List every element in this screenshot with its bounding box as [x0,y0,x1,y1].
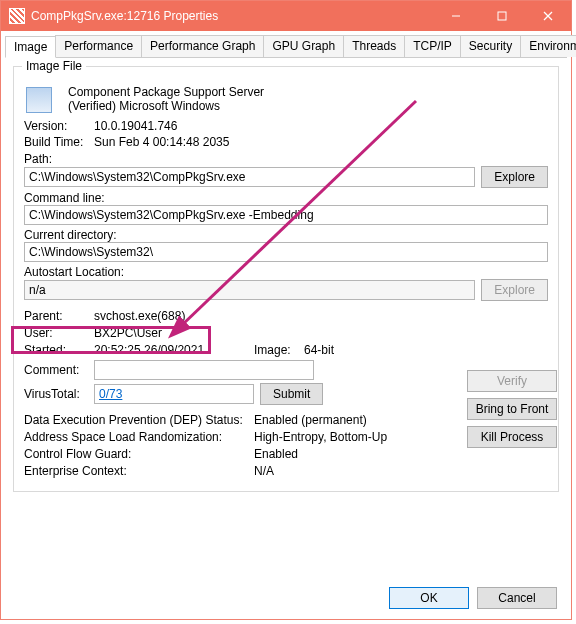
dep-value: Enabled (permanent) [254,413,367,427]
svg-rect-1 [498,12,506,20]
explore-autostart-button: Explore [481,279,548,301]
explore-path-button[interactable]: Explore [481,166,548,188]
tab-tcpip[interactable]: TCP/IP [404,35,461,57]
ent-label: Enterprise Context: [24,464,254,478]
tab-strip: Image Performance Performance Graph GPU … [5,35,567,58]
curdir-field[interactable] [24,242,548,262]
file-description: Component Package Support Server [68,85,264,99]
tab-performance[interactable]: Performance [55,35,142,57]
started-value: 20:52:25 26/09/2021 [94,343,254,357]
comment-label: Comment: [24,363,94,377]
tab-security[interactable]: Security [460,35,521,57]
tab-environment[interactable]: Environment [520,35,576,57]
tab-performance-graph[interactable]: Performance Graph [141,35,264,57]
tab-gpu-graph[interactable]: GPU Graph [263,35,344,57]
close-button[interactable] [525,1,571,31]
cfg-label: Control Flow Guard: [24,447,254,461]
parent-value: svchost.exe(688) [94,309,185,323]
autostart-field[interactable] [24,280,475,300]
version-label: Version: [24,119,94,133]
path-label: Path: [24,152,548,166]
window-title: CompPkgSrv.exe:12716 Properties [31,9,433,23]
comment-field[interactable] [94,360,314,380]
buildtime-value: Sun Feb 4 00:14:48 2035 [94,135,229,149]
app-icon [9,8,25,24]
imagearch-value: 64-bit [304,343,334,357]
cmdline-label: Command line: [24,191,548,205]
bring-to-front-button[interactable]: Bring to Front [467,398,557,420]
properties-window: CompPkgSrv.exe:12716 Properties Image Pe… [0,0,572,620]
autostart-label: Autostart Location: [24,265,548,279]
titlebar[interactable]: CompPkgSrv.exe:12716 Properties [1,1,571,31]
user-value: BX2PC\User [94,326,162,340]
kill-process-button[interactable]: Kill Process [467,426,557,448]
file-icon [26,87,52,113]
aslr-label: Address Space Load Randomization: [24,430,254,444]
cancel-button[interactable]: Cancel [477,587,557,609]
imagearch-label: Image: [254,343,304,357]
parent-label: Parent: [24,309,94,323]
user-label: User: [24,326,94,340]
file-signer: (Verified) Microsoft Windows [68,99,264,113]
tab-threads[interactable]: Threads [343,35,405,57]
started-label: Started: [24,343,94,357]
ok-button[interactable]: OK [389,587,469,609]
curdir-label: Current directory: [24,228,548,242]
verify-button: Verify [467,370,557,392]
minimize-button[interactable] [433,1,479,31]
submit-button[interactable]: Submit [260,383,323,405]
dialog-footer: OK Cancel [389,587,557,609]
virustotal-label: VirusTotal: [24,387,94,401]
tab-content: Image File Component Package Support Ser… [1,58,571,506]
aslr-value: High-Entropy, Bottom-Up [254,430,387,444]
virustotal-link[interactable]: 0/73 [99,385,122,403]
cfg-value: Enabled [254,447,298,461]
ent-value: N/A [254,464,274,478]
tab-image[interactable]: Image [5,36,56,58]
cmdline-field[interactable] [24,205,548,225]
buildtime-label: Build Time: [24,135,94,149]
maximize-button[interactable] [479,1,525,31]
dep-label: Data Execution Prevention (DEP) Status: [24,413,254,427]
version-value: 10.0.19041.746 [94,119,177,133]
path-field[interactable] [24,167,475,187]
group-legend: Image File [22,59,86,73]
